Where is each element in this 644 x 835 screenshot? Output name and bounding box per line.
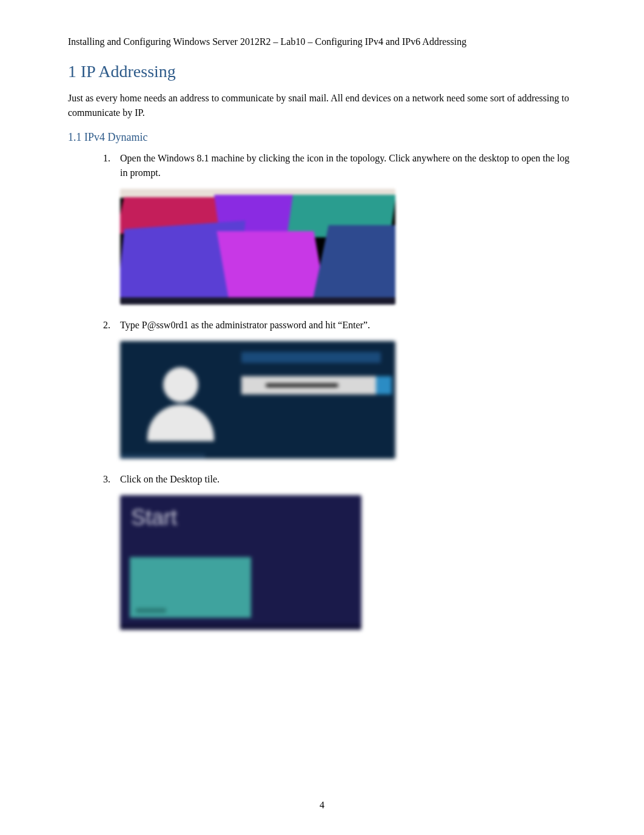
- tile-label: [136, 608, 166, 613]
- decorative-strip: [120, 454, 205, 459]
- step-number: 3.: [103, 472, 120, 487]
- desktop-wallpaper-screenshot: [120, 189, 395, 305]
- page-number: 4: [320, 800, 324, 811]
- avatar-body-icon: [147, 405, 214, 441]
- password-input[interactable]: [241, 376, 381, 394]
- avatar-head-icon: [163, 367, 198, 402]
- list-item: 1. Open the Windows 8.1 machine by click…: [103, 151, 576, 180]
- decorative-strip: [120, 624, 361, 630]
- list-item: 2. Type P@ssw0rd1 as the administrator p…: [103, 318, 576, 333]
- screenshot-container: Start: [103, 495, 576, 630]
- password-mask-icon: [266, 384, 338, 387]
- start-screen-screenshot: Start: [120, 495, 361, 630]
- step-text: Type P@ssw0rd1 as the administrator pass…: [120, 318, 576, 333]
- taskbar-strip: [120, 297, 395, 305]
- step-number: 1.: [103, 151, 120, 180]
- screenshot-container: [103, 189, 576, 305]
- avatar: [138, 353, 223, 450]
- page-header: Installing and Configuring Windows Serve…: [68, 36, 576, 47]
- start-label: Start: [131, 505, 177, 530]
- section-heading-ip-addressing: 1 IP Addressing: [68, 62, 576, 81]
- subsection-heading-ipv4-dynamic: 1.1 IPv4 Dynamic: [68, 131, 576, 144]
- intro-paragraph: Just as every home needs an address to c…: [68, 91, 576, 120]
- decorative-shape: [216, 231, 326, 304]
- ordered-steps-list: 1. Open the Windows 8.1 machine by click…: [68, 151, 576, 630]
- step-text: Open the Windows 8.1 machine by clicking…: [120, 151, 576, 180]
- submit-arrow-icon[interactable]: [376, 376, 392, 394]
- list-item: 3. Click on the Desktop tile.: [103, 472, 576, 487]
- desktop-tile[interactable]: [130, 557, 251, 618]
- account-label: [241, 352, 381, 363]
- login-screenshot: [120, 341, 395, 459]
- step-number: 2.: [103, 318, 120, 333]
- step-text: Click on the Desktop tile.: [120, 472, 576, 487]
- screenshot-container: [103, 341, 576, 459]
